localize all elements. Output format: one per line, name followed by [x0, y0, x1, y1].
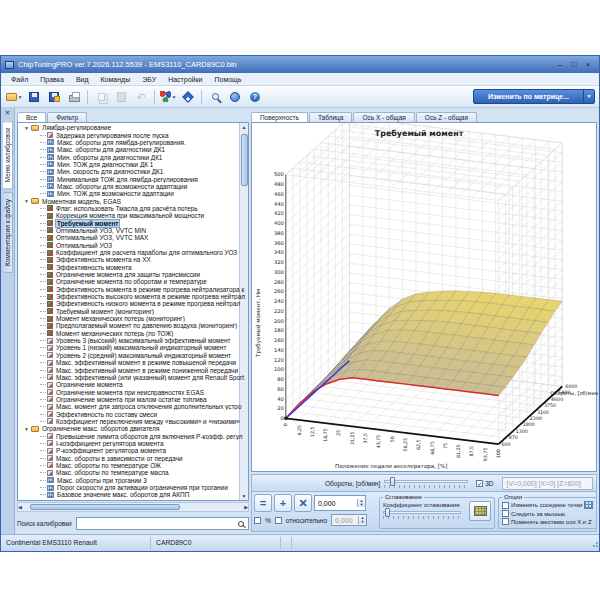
tree-item[interactable]: Коэффициент переключения между «высокими… [20, 418, 248, 425]
minimize-button[interactable]: – [553, 57, 567, 72]
tree-item[interactable]: Ограничение момента при неисправностях E… [20, 388, 248, 395]
tab-Таблица[interactable]: Таблица [309, 112, 353, 122]
tab-Фильтр[interactable]: Фильтр [47, 112, 87, 122]
tab-Все[interactable]: Все [17, 112, 46, 122]
tree-item[interactable]: 12Мин. скорость для диагностики ДК1 [20, 168, 248, 175]
tree-item[interactable]: Превышение лимита оборотов для включения… [20, 432, 248, 439]
swap-axes-checkbox[interactable] [502, 518, 509, 525]
help-button[interactable]: ? [245, 88, 265, 106]
spinner-arrows-icon[interactable]: ▲▼ [357, 499, 365, 507]
tree-item[interactable]: Эффективность высокого момента в режиме … [20, 293, 248, 300]
tree-item[interactable]: 12Макс. обороты для диагностики ДК1 [20, 146, 248, 153]
tree-item[interactable]: 12Минимальная ТОЖ для лямбда-регулирован… [20, 175, 248, 182]
3d-checkbox[interactable]: ✓ [476, 480, 483, 487]
scroll-right-icon[interactable]: ▶ [244, 503, 248, 511]
open-button[interactable]: ▼ [4, 88, 24, 106]
menu-item-Помощь[interactable]: Помощь [208, 76, 247, 83]
tree-item[interactable]: Оптимальный УОЗ [20, 242, 248, 249]
tree-item[interactable]: Задержка регулирования после пуска [20, 131, 248, 138]
tree-item[interactable]: Коэффициент для расчета параболы для опт… [20, 249, 248, 256]
tree-item[interactable]: Требуемый момент [20, 219, 248, 226]
tree-item[interactable]: Ограничение момента для защиты трансмисс… [20, 271, 248, 278]
close-sidebar-icon[interactable]: ✕ [5, 108, 11, 118]
apply-smoothing-button[interactable] [469, 501, 491, 521]
tree-item[interactable]: ▼Лямбда-регулирование [20, 124, 248, 131]
tab-Ось X - общая[interactable]: Ось X - общая [353, 112, 414, 122]
tree-item[interactable]: Макс. момент для запроса отключения допо… [20, 403, 248, 410]
surface-chart[interactable]: 0204060801001201401601802002202402602803… [252, 123, 598, 473]
scroll-left-icon[interactable]: ◀ [18, 503, 22, 511]
print-button[interactable] [64, 88, 84, 106]
tree-item[interactable]: Макс. обороты по температуре масла [20, 469, 248, 476]
tree-item[interactable]: Эффективность момента [20, 264, 248, 271]
tree-item[interactable]: ▼Моментная модель, EGAS [20, 197, 248, 204]
tree-item[interactable]: Требуемый момент (мониторинг) [20, 308, 248, 315]
expand-arrow-icon[interactable]: ▼ [24, 125, 31, 131]
save-as-button[interactable] [44, 88, 64, 106]
relative-spinbox[interactable]: 0,000 ▲▼ [331, 514, 367, 526]
tree-item[interactable]: Макс. эффективный (или указанный) момент… [20, 374, 248, 381]
tree-item[interactable]: Уровень 1 (низкий) максимальный индикато… [20, 344, 248, 351]
close-button[interactable]: × [581, 57, 595, 72]
tree-item[interactable]: Эффективность по составу смеси [20, 410, 248, 417]
expand-arrow-icon[interactable]: ▼ [24, 426, 31, 432]
tree-item[interactable]: Оптимальный УОЗ, VVTC MAX [20, 234, 248, 241]
smoothing-slider[interactable] [383, 508, 461, 520]
tree-item[interactable]: Макс. эффективный момент в режиме повыше… [20, 359, 248, 366]
matrix-grid-icon[interactable] [584, 501, 593, 509]
percent-checkbox[interactable] [254, 517, 261, 524]
search-icon[interactable] [238, 521, 244, 527]
tab-Поверхность[interactable]: Поверхность [251, 112, 308, 122]
tree-item[interactable]: 12Мин. ТОЖ для диагностики ДК 1 [20, 161, 248, 168]
tree-item[interactable]: 12Мин. обороты для диагностики ДК1 [20, 153, 248, 160]
relative-checkbox[interactable] [275, 517, 282, 524]
tree-item[interactable]: Момент механических потерь (мониторинг) [20, 315, 248, 322]
tree-item[interactable]: Эффективность низкого момента в режиме п… [20, 300, 248, 307]
menu-item-ЭБУ[interactable]: ЭБУ [136, 76, 162, 83]
spinner-arrows-icon[interactable]: ▲▼ [358, 516, 366, 524]
rpm-slider[interactable] [384, 477, 468, 489]
tree-item[interactable]: 12Базовое значение макс. оборотов для АК… [20, 491, 248, 498]
tree-item[interactable]: Ограничение момента [20, 381, 248, 388]
tree-item[interactable]: Флаг: использовать Тмасла для расчёта по… [20, 205, 248, 212]
tree-item[interactable]: 12Макс. обороты при трогании 3 [20, 477, 248, 484]
tree-horizontal-scrollbar[interactable]: ◀ ▶ [17, 502, 249, 512]
tree-item[interactable]: Эффективность момента в режиме прогрева … [20, 286, 248, 293]
connection-button[interactable]: ▼ [158, 88, 178, 106]
side-tab[interactable]: Меню калибровок [3, 121, 13, 189]
menu-item-Вид[interactable]: Вид [70, 76, 95, 83]
expand-arrow-icon[interactable]: ▼ [24, 198, 31, 204]
adjacent-points-checkbox[interactable] [502, 502, 509, 509]
multiply-value-button[interactable]: ✕ [294, 494, 312, 512]
menu-item-Правка[interactable]: Правка [34, 76, 70, 83]
tree-item[interactable]: ▼Ограничение макс. оборотов двигателя [20, 425, 248, 432]
tree-item[interactable]: Уровень 2 (средний) максимальный индикат… [20, 352, 248, 359]
tree-item[interactable]: Макс. обороты в зависимости от передачи [20, 454, 248, 461]
tab-Ось Z - общая[interactable]: Ось Z - общая [416, 112, 477, 122]
add-value-button[interactable]: + [274, 494, 292, 512]
set-value-button[interactable]: = [254, 494, 272, 512]
tree-item[interactable]: 12Мин. ТОЖ для возможности адаптации [20, 190, 248, 197]
tree-item[interactable]: Предполагаемый момент по давлению воздух… [20, 322, 248, 329]
tree-item[interactable]: P-коэффициент регулятора момента [20, 447, 248, 454]
edit-by-matrix-button[interactable]: Изменить по матрице... ▼ [473, 89, 595, 104]
tree-item[interactable]: Уровень 3 (высокий) максимальный эффекти… [20, 337, 248, 344]
tree-item[interactable]: I-коэффициент регулятора момента [20, 440, 248, 447]
tree-item[interactable]: 12Макс. обороты для возможности адаптаци… [20, 183, 248, 190]
chevron-down-icon[interactable]: ▼ [583, 90, 594, 103]
search-button[interactable] [205, 88, 225, 106]
tree-item[interactable]: Макс. эффективный момент в режиме пониже… [20, 366, 248, 373]
tree-item[interactable]: Эффективность момента на ХХ [20, 256, 248, 263]
menu-item-Файл[interactable]: Файл [5, 76, 34, 83]
follow-mouse-checkbox[interactable] [502, 510, 509, 517]
maximize-button[interactable]: □ [567, 57, 581, 72]
internet-button[interactable] [225, 88, 245, 106]
tree-item[interactable]: 12Порог скорости для активации ограничен… [20, 484, 248, 491]
value-spinbox[interactable]: 0,000 ▲▼ [314, 495, 366, 511]
menu-item-Команды[interactable]: Команды [95, 76, 137, 83]
checksum-button[interactable] [178, 88, 198, 106]
save-button[interactable] [24, 88, 44, 106]
search-input[interactable] [77, 518, 238, 529]
menu-item-Настройки[interactable]: Настройки [162, 76, 208, 83]
side-tab[interactable]: Комментарии к файлу [3, 192, 13, 273]
